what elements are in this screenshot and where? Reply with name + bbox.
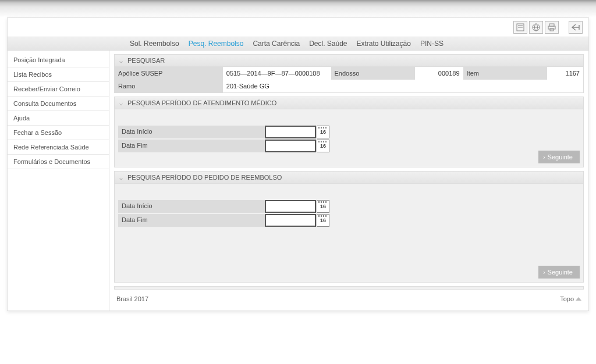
sidebar-item-correio[interactable]: Receber/Enviar Correio	[8, 82, 109, 97]
calendar-icon[interactable]: 16	[317, 140, 329, 152]
apolice-label: Apólice SUSEP	[115, 67, 223, 80]
collapse-icon: ⌵	[119, 100, 123, 106]
endosso-value: 000189	[415, 67, 463, 80]
panel-title: PESQUISA PERÍODO DO PEDIDO DE REEMBOLSO	[127, 174, 282, 181]
seguinte-label: Seguinte	[548, 154, 573, 160]
data-fim-label: Data Fim	[118, 140, 265, 152]
print-icon[interactable]	[545, 21, 559, 34]
sidebar-item-formularios[interactable]: Formulários e Documentos	[8, 155, 109, 169]
footer-left: Brasil 2017	[116, 295, 148, 302]
collapse-icon: ⌵	[119, 174, 123, 181]
calendar-icon[interactable]: 16	[317, 126, 329, 138]
seguinte-label: Seguinte	[548, 269, 573, 276]
panel-pesquisar-body: Apólice SUSEP 0515—2014—9F—87—0000108 En…	[114, 67, 584, 93]
data-inicio-input-pedido[interactable]	[265, 200, 316, 213]
tab-carta-carencia[interactable]: Carta Carência	[253, 40, 300, 48]
seguinte-button-atend[interactable]: ›Seguinte	[538, 151, 580, 163]
panel-atendimento-body: Data Início 16 Data Fim 16 ›Seguinte	[114, 109, 584, 167]
app-window: Sol. Reembolso Pesq. Reembolso Carta Car…	[7, 17, 589, 311]
divider	[114, 286, 584, 290]
tab-extrato-utilizacao[interactable]: Extrato Utilização	[357, 40, 411, 48]
main-content: ⌵ PESQUISAR Apólice SUSEP 0515—2014—9F—8…	[109, 51, 588, 311]
top-toolbar	[8, 18, 588, 37]
data-fim-input-atend[interactable]	[265, 140, 316, 152]
chevron-right-icon: ›	[543, 154, 545, 160]
back-icon[interactable]	[569, 21, 583, 34]
svg-rect-6	[549, 24, 554, 26]
chevron-right-icon: ›	[543, 269, 545, 276]
sidebar-item-recibos[interactable]: Lista Recibos	[8, 67, 109, 82]
sidebar-item-posicao[interactable]: Posição Integrada	[8, 53, 109, 67]
panel-title: PESQUISA PERÍODO DE ATENDIMENTO MÉDICO	[127, 99, 276, 106]
ramo-label: Ramo	[115, 80, 223, 92]
tab-sol-reembolso[interactable]: Sol. Reembolso	[130, 40, 179, 48]
sidebar-item-ajuda[interactable]: Ajuda	[8, 111, 109, 126]
data-inicio-label: Data Início	[118, 200, 265, 213]
globe-icon[interactable]	[529, 21, 543, 34]
panel-pesquisar-header[interactable]: ⌵ PESQUISAR	[114, 54, 584, 67]
panel-pedido-header[interactable]: ⌵ PESQUISA PERÍODO DO PEDIDO DE REEMBOLS…	[114, 171, 584, 184]
panel-title: PESQUISAR	[127, 57, 165, 64]
item-label: Item	[463, 67, 547, 80]
tab-pesq-reembolso[interactable]: Pesq. Reembolso	[189, 40, 244, 48]
tab-pin-ss[interactable]: PIN-SS	[420, 40, 444, 48]
seguinte-button-pedido[interactable]: ›Seguinte	[538, 266, 580, 279]
data-fim-label: Data Fim	[118, 214, 265, 227]
footer: Brasil 2017 Topo	[114, 294, 584, 304]
item-value: 1167	[547, 67, 583, 80]
panel-atendimento-header[interactable]: ⌵ PESQUISA PERÍODO DE ATENDIMENTO MÉDICO	[114, 97, 584, 109]
sidebar: Posição Integrada Lista Recibos Receber/…	[8, 51, 109, 311]
back-to-top[interactable]: Topo	[560, 295, 581, 302]
data-inicio-input-atend[interactable]	[265, 126, 316, 138]
sidebar-item-documentos[interactable]: Consulta Documentos	[8, 97, 109, 111]
calendar-icon[interactable]: 16	[317, 200, 329, 213]
tool-icon-1[interactable]	[513, 21, 527, 34]
tab-bar: Sol. Reembolso Pesq. Reembolso Carta Car…	[8, 37, 588, 51]
collapse-icon: ⌵	[119, 58, 123, 64]
panel-pedido-body: Data Início 16 Data Fim 16 ›Seguinte	[114, 184, 584, 283]
ramo-value: 201-Saúde GG	[223, 80, 583, 92]
data-fim-input-pedido[interactable]	[265, 214, 316, 227]
calendar-icon[interactable]: 16	[317, 214, 329, 227]
apolice-value: 0515—2014—9F—87—0000108	[223, 67, 331, 80]
endosso-label: Endosso	[331, 67, 415, 80]
tab-decl-saude[interactable]: Decl. Saúde	[309, 40, 347, 48]
triangle-up-icon	[576, 297, 581, 301]
sidebar-item-fechar[interactable]: Fechar a Sessão	[8, 126, 109, 140]
sidebar-item-rede[interactable]: Rede Referenciada Saúde	[8, 140, 109, 155]
topo-label: Topo	[560, 295, 574, 302]
data-inicio-label: Data Início	[118, 126, 265, 138]
